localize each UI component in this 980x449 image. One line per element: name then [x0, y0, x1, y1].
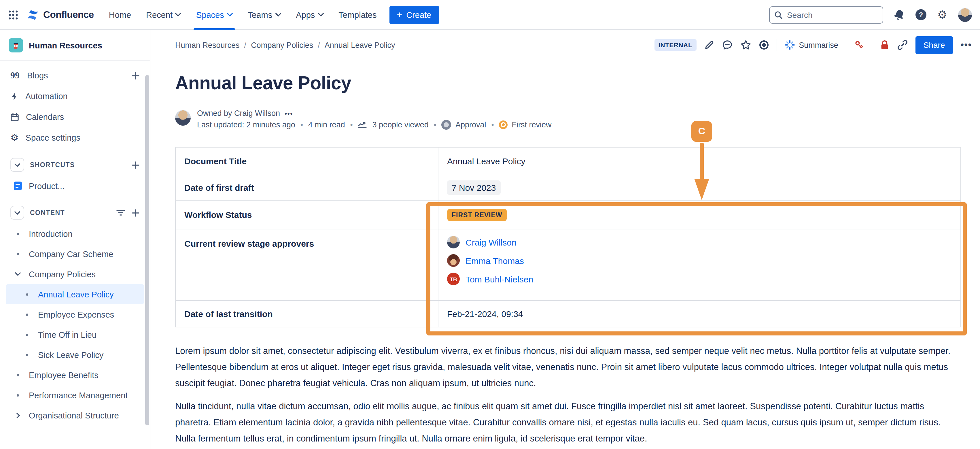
sidebar-scrollbar[interactable] — [145, 75, 149, 425]
plus-icon: + — [397, 10, 402, 19]
star-icon[interactable] — [740, 40, 751, 50]
owned-by-text[interactable]: Owned by Craig Willson — [197, 109, 280, 118]
avatar — [447, 254, 460, 267]
page-tree-item-time-off-in-lieu[interactable]: Time Off in Lieu — [6, 325, 144, 345]
filter-icon[interactable] — [116, 209, 125, 216]
nav-templates[interactable]: Templates — [339, 0, 377, 30]
search-input[interactable] — [786, 10, 878, 20]
space-header[interactable]: Human Resources — [0, 30, 150, 60]
sidebar-item-automation[interactable]: Automation — [6, 86, 144, 107]
nav-apps[interactable]: Apps — [296, 0, 323, 30]
bullet-icon — [17, 394, 19, 396]
bullet-icon — [17, 253, 19, 255]
confluence-page: Confluence Home Recent Spaces Teams Apps… — [0, 0, 980, 449]
create-button[interactable]: + Create — [389, 5, 439, 24]
page-tree-item-annual-leave-policy[interactable]: Annual Leave Policy — [6, 284, 144, 304]
bullet-icon — [17, 374, 19, 376]
chevron-down-icon — [275, 13, 281, 17]
breadcrumb-parent[interactable]: Company Policies — [251, 41, 313, 49]
table-row: Date of last transition Feb-21-2024, 09:… — [175, 301, 961, 327]
user-avatar[interactable] — [958, 8, 972, 22]
settings-gear-icon[interactable]: ⚙ — [937, 9, 947, 20]
content-section-header[interactable]: CONTENT — [6, 202, 144, 224]
people-viewed-text[interactable]: 3 people viewed — [372, 121, 429, 129]
divider — [872, 38, 872, 51]
row-label: Date of last transition — [175, 301, 438, 327]
workflow-state-approval[interactable]: Approval — [442, 120, 486, 130]
collapse-chevron-icon[interactable] — [10, 206, 24, 220]
plus-icon[interactable] — [132, 72, 139, 79]
page-tree-item-employee-expenses[interactable]: Employee Expenses — [6, 304, 144, 325]
chevron-down-icon[interactable] — [14, 272, 22, 276]
user-link[interactable]: Emma Thomas — [466, 256, 524, 266]
notifications-bell-icon[interactable] — [894, 9, 905, 20]
top-navigation-bar: Confluence Home Recent Spaces Teams Apps… — [0, 0, 980, 30]
sparkle-icon — [784, 40, 795, 50]
watch-icon[interactable] — [759, 40, 769, 50]
app-switcher-icon[interactable] — [8, 10, 18, 20]
approver-item: Emma Thomas — [447, 254, 961, 267]
search-box[interactable] — [769, 6, 883, 23]
chevron-down-icon — [175, 13, 181, 17]
paragraph: Nulla tincidunt, nulla vitae dictum accu… — [175, 398, 961, 447]
breadcrumb-current[interactable]: Annual Leave Policy — [325, 41, 395, 49]
nav-teams[interactable]: Teams — [248, 0, 281, 30]
help-icon[interactable]: ? — [915, 9, 926, 20]
summarise-button[interactable]: Summarise — [784, 40, 838, 50]
date-chip[interactable]: 7 Nov 2023 — [447, 180, 500, 195]
page-tree-item-company-policies[interactable]: Company Policies — [6, 264, 144, 284]
edit-pencil-icon[interactable] — [704, 40, 714, 50]
shortcuts-title: SHORTCUTS — [30, 161, 75, 168]
table-row: Date of first draft 7 Nov 2023 — [175, 175, 961, 200]
approver-item: Craig Willson — [447, 236, 961, 248]
avatar — [447, 236, 460, 248]
last-updated-text[interactable]: Last updated: 2 minutes ago — [197, 121, 295, 129]
chevron-right-icon[interactable] — [14, 412, 22, 418]
approver-list: Craig Willson Emma Thomas TB Tom Buhl-Ni… — [447, 229, 961, 291]
user-link[interactable]: Tom Buhl-Nielsen — [466, 274, 533, 284]
logo-text: Confluence — [43, 9, 94, 20]
state-ring-icon — [442, 120, 452, 130]
user-link[interactable]: Craig Willson — [466, 237, 517, 247]
breadcrumb-space[interactable]: Human Resources — [175, 41, 240, 49]
page-tree-item-introduction[interactable]: Introduction — [6, 224, 144, 244]
nav-recent[interactable]: Recent — [146, 0, 181, 30]
table-row: Current review stage approvers Craig Wil… — [175, 229, 961, 301]
divider — [846, 38, 846, 51]
page-tree-item-sick-leave-policy[interactable]: Sick Leave Policy — [6, 345, 144, 365]
plus-icon[interactable] — [132, 209, 139, 217]
page-tree-item-company-car-scheme[interactable]: Company Car Scheme — [6, 244, 144, 264]
shortcut-item-product[interactable]: Product... — [6, 176, 144, 196]
lock-icon[interactable] — [880, 40, 889, 50]
body-text: Lorem ipsum dolor sit amet, consectetur … — [175, 343, 961, 447]
share-button[interactable]: Share — [915, 36, 953, 54]
nav-home[interactable]: Home — [109, 0, 131, 30]
content-title: CONTENT — [30, 209, 65, 216]
row-label: Workflow Status — [175, 200, 438, 229]
byline-more-icon[interactable]: ••• — [285, 110, 293, 117]
sidebar-item-calendars[interactable]: Calendars — [6, 107, 144, 127]
confluence-logo[interactable]: Confluence — [27, 8, 94, 21]
link-icon[interactable] — [897, 40, 908, 50]
plus-icon[interactable] — [132, 161, 139, 169]
owner-avatar[interactable] — [175, 110, 191, 126]
avatar: TB — [447, 272, 460, 285]
space-icon — [9, 38, 23, 53]
key-icon[interactable] — [854, 40, 864, 50]
workflow-state-first-review[interactable]: First review — [499, 121, 552, 129]
nav-spaces[interactable]: Spaces — [196, 0, 233, 30]
breadcrumb-separator: / — [242, 41, 249, 49]
row-label: Document Title — [175, 147, 438, 175]
bullet-icon — [17, 232, 19, 235]
collapse-chevron-icon[interactable] — [10, 158, 24, 172]
shortcuts-section-header[interactable]: SHORTCUTS — [6, 154, 144, 176]
more-actions-icon[interactable]: ••• — [961, 40, 972, 50]
sidebar-item-blogs[interactable]: 99 Blogs — [6, 65, 144, 86]
sidebar-item-space-settings[interactable]: ⚙ Space settings — [6, 127, 144, 148]
comment-icon[interactable] — [722, 40, 733, 50]
page-tree-item-employee-benefits[interactable]: Employee Benefits — [6, 365, 144, 385]
row-label: Date of first draft — [175, 175, 438, 200]
page-tree-item-performance-management[interactable]: Performance Management — [6, 385, 144, 405]
page-tree-item-organisational-structure[interactable]: Organisational Structure — [6, 405, 144, 425]
row-label: Current review stage approvers — [175, 229, 438, 301]
